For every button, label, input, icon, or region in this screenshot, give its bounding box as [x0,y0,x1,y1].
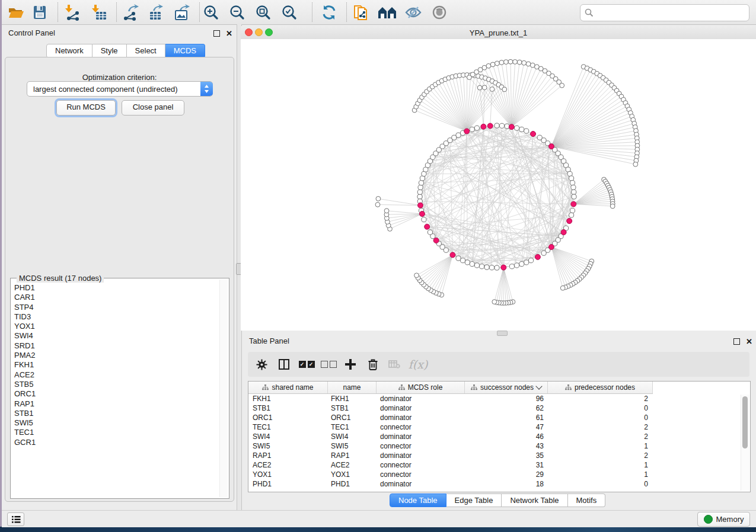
export-image-icon[interactable] [173,3,192,22]
search-input[interactable] [594,7,749,19]
column-settings-gear-icon[interactable] [253,356,270,373]
mcds-result-item[interactable]: RAP1 [12,399,216,409]
close-panel-icon[interactable]: ✕ [226,31,232,36]
search-field[interactable] [580,4,749,21]
mcds-result-item[interactable]: GCR1 [12,438,216,447]
mcds-result-item[interactable]: STB1 [12,409,216,418]
table-row[interactable]: FKH1FKH1dominator962 [248,394,653,403]
tab-select[interactable]: Select [127,44,165,58]
import-network-icon[interactable] [63,3,82,22]
delete-table-icon [385,356,403,373]
table-row[interactable]: SWI5SWI5connector431 [248,441,653,451]
column-header-predecessor-nodes[interactable]: predecessor nodes [548,382,653,393]
zoom-selected-icon[interactable] [280,3,299,22]
mcds-result-item[interactable]: CAR1 [12,293,216,302]
mcds-list-scrollbar[interactable] [219,280,228,497]
mcds-result-item[interactable]: ACE2 [12,370,216,380]
control-panel-window-buttons: ✕ [213,30,232,37]
table-cell: 35 [465,451,548,460]
mcds-result-item[interactable]: SRD1 [12,341,216,351]
mcds-result-item[interactable]: ORC1 [12,389,216,399]
node-table[interactable]: shared namenameMCDS rolesuccessor nodesp… [248,381,751,492]
column-header-MCDS-role[interactable]: MCDS role [377,382,465,393]
tab-edge-table[interactable]: Edge Table [446,493,502,507]
mcds-result-item[interactable]: SWI5 [12,418,216,428]
table-scrollbar-thumb[interactable] [742,396,748,448]
float-panel-icon[interactable] [733,338,740,345]
mcds-result-item[interactable]: FKH1 [12,360,216,370]
table-scrollbar[interactable] [741,395,749,491]
table-row[interactable]: TEC1TEC1connector472 [248,422,653,432]
mcds-result-item[interactable]: TID3 [12,312,216,322]
apply-function-icon: f(x) [409,356,427,373]
attribute-type-icon [262,384,269,390]
mcds-result-item[interactable]: SWI4 [12,331,216,341]
delete-column-icon[interactable] [364,356,382,373]
tab-network[interactable]: Network [46,44,92,58]
optimization-criterion-label: Optimization criterion: [5,73,234,82]
tab-style[interactable]: Style [92,44,127,58]
table-row[interactable]: PHD1PHD1dominator180 [248,479,653,489]
table-row[interactable]: YOX1YOX1connector291 [248,470,653,479]
table-cell: 96 [465,394,548,403]
table-cell: RAP1 [328,451,377,460]
table-cell: RAP1 [248,451,328,460]
first-neighbors-icon[interactable] [378,3,397,22]
hide-selected-icon[interactable] [404,3,423,22]
horizontal-splitter-grip[interactable] [497,331,508,336]
zoom-out-icon[interactable] [228,3,247,22]
optimization-criterion-value: largest connected component (undirected) [27,85,200,94]
zoom-fit-icon[interactable] [254,3,273,22]
task-history-button[interactable] [7,512,24,526]
table-row[interactable]: ORC1ORC1dominator610 [248,413,653,422]
mcds-result-item[interactable]: PHD1 [12,283,216,293]
mcds-result-item[interactable]: YOX1 [12,322,216,331]
export-network-icon[interactable] [121,3,140,22]
column-header-successor-nodes[interactable]: successor nodes [465,382,548,393]
float-panel-icon[interactable] [213,30,220,37]
apply-layout-icon[interactable] [320,3,339,22]
tab-network-table[interactable]: Network Table [502,493,567,507]
new-network-from-selection-icon[interactable] [352,3,371,22]
open-session-icon[interactable] [7,3,25,22]
table-cell: STB1 [328,403,377,413]
table-row[interactable]: ACE2ACE2connector311 [248,460,653,470]
memory-button[interactable]: Memory [697,512,750,527]
zoom-in-icon[interactable] [202,3,221,22]
table-cell: 1 [548,460,653,470]
table-row[interactable]: RAP1RAP1dominator352 [248,451,653,460]
tab-mcds[interactable]: MCDS [165,44,205,58]
task-history-icon [11,515,21,524]
network-view[interactable] [241,39,756,331]
tab-node-table[interactable]: Node Table [390,493,446,507]
import-table-icon[interactable] [90,3,109,22]
run-mcds-button[interactable]: Run MCDS [56,100,116,116]
status-bar [2,510,756,527]
show-columns-icon[interactable] [275,356,293,373]
column-header-name[interactable]: name [328,382,377,393]
close-panel-button[interactable]: Close panel [122,100,184,116]
export-table-icon[interactable] [147,3,166,22]
mcds-result-item[interactable]: TEC1 [12,428,216,437]
mcds-result-item[interactable]: STB5 [12,380,216,389]
table-cell: connector [377,470,465,479]
table-cell: dominator [377,479,465,489]
table-cell: 47 [465,422,548,432]
select-all-checkboxes-icon[interactable]: ✓✓ [298,356,315,373]
table-cell: 2 [548,422,653,432]
toolbar-separator [199,2,200,22]
mcds-result-item[interactable]: PMA2 [12,351,216,360]
mcds-result-item[interactable]: STP4 [12,303,216,312]
close-panel-icon[interactable]: ✕ [746,339,752,344]
optimization-criterion-select[interactable]: largest connected component (undirected) [27,81,213,97]
table-row[interactable]: SWI4SWI4dominator462 [248,432,653,441]
tab-motifs[interactable]: Motifs [568,493,606,507]
deselect-all-checkboxes-icon[interactable]: ✓✓ [320,356,337,373]
show-all-icon[interactable] [430,3,449,22]
add-column-icon[interactable] [342,356,359,373]
mcds-result-list[interactable]: PHD1CAR1STP4TID3YOX1SWI4SRD1PMA2FKH1ACE2… [12,283,216,447]
table-row[interactable]: STB1STB1dominator620 [248,403,653,413]
column-header-shared-name[interactable]: shared name [248,382,328,393]
select-stepper-icon [200,82,213,96]
save-session-icon[interactable] [30,3,49,22]
